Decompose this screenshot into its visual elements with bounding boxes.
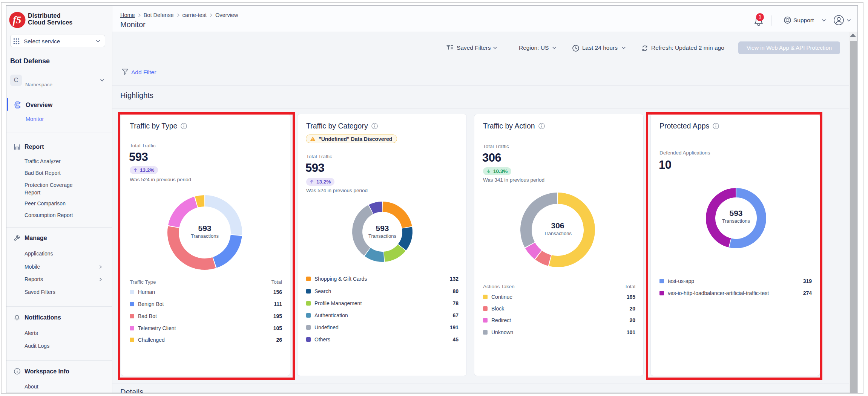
- svg-text:f5: f5: [13, 14, 21, 26]
